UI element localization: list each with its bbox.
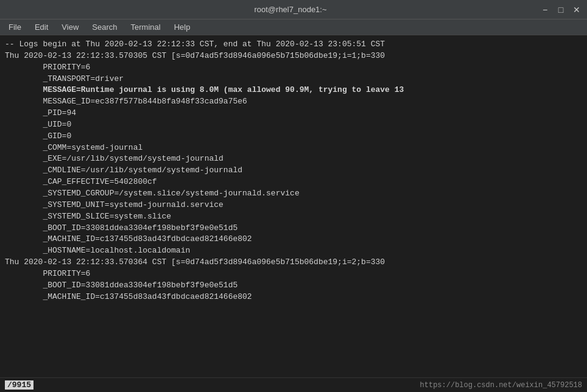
minimize-button[interactable]: − xyxy=(540,4,550,15)
window-title: root@rhel7_node1:~ xyxy=(41,5,540,14)
menu-file[interactable]: File xyxy=(2,21,27,33)
terminal-output: -- Logs begin at Thu 2020-02-13 22:12:33… xyxy=(0,35,587,377)
menu-bar: File Edit View Search Terminal Help xyxy=(0,19,587,35)
menu-edit[interactable]: Edit xyxy=(29,21,54,33)
menu-search[interactable]: Search xyxy=(86,21,123,33)
maximize-button[interactable]: □ xyxy=(555,4,566,15)
watermark: https://blog.csdn.net/weixin_45792518 xyxy=(420,381,582,390)
menu-help[interactable]: Help xyxy=(168,21,197,33)
title-bar-controls: − □ ✕ xyxy=(540,4,582,15)
status-left: /9915 xyxy=(5,380,33,390)
status-bar: /9915 https://blog.csdn.net/weixin_45792… xyxy=(0,377,587,392)
cursor-position: /9915 xyxy=(5,380,33,390)
menu-view[interactable]: View xyxy=(55,21,85,33)
close-button[interactable]: ✕ xyxy=(571,4,582,15)
menu-terminal[interactable]: Terminal xyxy=(125,21,167,33)
title-bar: root@rhel7_node1:~ − □ ✕ xyxy=(0,0,587,19)
